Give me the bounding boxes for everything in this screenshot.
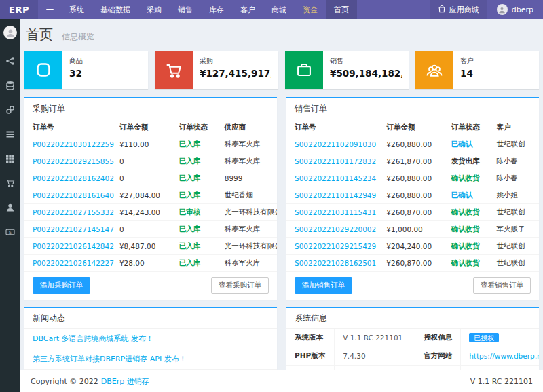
order-party: 8999	[217, 170, 277, 187]
purchase-order-link[interactable]: P00220221026142227	[33, 259, 114, 267]
cart-icon[interactable]	[0, 171, 20, 195]
sales-order-link[interactable]: S00220221101172832	[295, 157, 376, 165]
briefcase-icon	[285, 51, 323, 89]
order-amount: ¥110.00	[115, 136, 171, 153]
share-nodes-icon[interactable]	[0, 49, 20, 73]
purchase-panel-title: 采购订单	[24, 98, 277, 119]
sales-order-link[interactable]: S00220221101142949	[295, 191, 376, 199]
order-amount: 0	[115, 170, 171, 187]
order-status: 已入库	[179, 224, 201, 233]
database-icon[interactable]	[0, 73, 20, 98]
stat-card-label: 采购	[200, 56, 272, 66]
sales-order-link[interactable]: S00220221028162501	[295, 259, 376, 267]
menu-item-8[interactable]: 资金	[295, 0, 326, 19]
page-title: 首页	[26, 26, 53, 43]
table-row: P002202210292158550已入库科泰军火库	[24, 153, 277, 170]
sys-link[interactable]: https://www.dberp.net/	[469, 352, 539, 360]
sales-order-link[interactable]: S00220221102091030	[295, 140, 376, 149]
menu-item-7[interactable]: 商城	[263, 0, 295, 19]
table-row: S00220221101145234¥260,880.00确认收货陈小春	[286, 170, 539, 187]
rings-icon[interactable]	[0, 98, 20, 122]
order-amount: 0	[115, 221, 171, 238]
sidebar-toggle-icon[interactable]	[38, 0, 61, 19]
news-link[interactable]: DBCart 多语言跨境商城系统 发布！	[33, 334, 153, 343]
stat-card-label: 商品	[69, 56, 83, 66]
news-item: 第三方系统订单对接DBERP进销存 API 发布！	[24, 349, 277, 370]
view-purchase-orders-button[interactable]: 查看采购订单	[211, 277, 269, 294]
user-icon[interactable]	[0, 195, 20, 220]
purchase-order-link[interactable]: P00220221027155332	[33, 208, 114, 216]
order-status: 已审核	[179, 208, 201, 216]
cube-icon	[24, 51, 62, 89]
menu-item-2[interactable]: 基础数据	[92, 0, 138, 19]
sales-order-link[interactable]: S00220221101145234	[295, 174, 376, 182]
sales-order-link[interactable]: S00220221029220002	[295, 225, 376, 233]
order-amount: ¥260,880.00	[382, 136, 443, 153]
menu-item-9[interactable]: 首页	[326, 0, 357, 19]
menu-item-3[interactable]: 采购	[138, 0, 170, 19]
order-amount: ¥14,243.00	[115, 204, 171, 221]
order-status: 已入库	[179, 140, 201, 148]
menu-item-5[interactable]: 库存	[201, 0, 232, 19]
main-area: 首页 信息概览 商品32采购¥127,415,917,560,032.0销售¥5…	[20, 19, 543, 392]
stat-card-value: ¥127,415,917,560,032.0	[200, 68, 272, 79]
sales-order-link[interactable]: S00220221031115431	[295, 208, 376, 216]
purchase-order-link[interactable]: P00220221027145147	[33, 225, 114, 233]
news-panel-title: 新闻动态	[24, 308, 277, 329]
column-header: 订单号	[286, 119, 382, 136]
purchase-order-link[interactable]: P00220221029215855	[33, 157, 114, 165]
table-row: P00220221028161640¥27,084.00已入库世纪香烟	[24, 187, 277, 204]
menu-item-4[interactable]: 销售	[170, 0, 201, 19]
app-logo[interactable]: ERP	[0, 0, 38, 19]
menu-item-1[interactable]: 系统	[61, 0, 92, 19]
order-status: 确认收货	[451, 224, 480, 233]
info-panels: 新闻动态 DBCart 多语言跨境商城系统 发布！第三方系统订单对接DBERP进…	[24, 307, 539, 370]
table-row: P00220221026142842¥8,487.00已入库光一环科技有限公司	[24, 238, 277, 255]
purchase-order-link[interactable]: P00220221028162402	[33, 174, 114, 182]
add-sales-order-button[interactable]: 添加销售订单	[295, 277, 352, 294]
sys-value: 7.4.30	[335, 347, 415, 366]
grid-icon[interactable]	[0, 146, 20, 171]
order-party: 世纪联创	[489, 238, 539, 255]
sales-orders-table: 订单号订单金额订单状态客户S00220221102091030¥260,880.…	[286, 119, 539, 272]
purchase-orders-panel: 采购订单 订单号订单金额订单状态供应商P00220221030122259¥11…	[24, 97, 277, 300]
news-link[interactable]: 第三方系统订单对接DBERP进销存 API 发布！	[33, 355, 187, 364]
table-row: S00220221101172832¥261,870.00发货出库陈小春	[286, 153, 539, 170]
order-status: 确认收货	[451, 174, 480, 182]
order-party: 光一环科技有限公司	[217, 238, 277, 255]
content-area: 首页 信息概览 商品32采购¥127,415,917,560,032.0销售¥5…	[20, 19, 543, 370]
purchase-order-link[interactable]: P00220221030122259	[33, 140, 114, 149]
purchase-order-link[interactable]: P00220221026142842	[33, 242, 114, 250]
order-status: 确认收货	[451, 208, 480, 216]
sys-value: 已授权	[461, 329, 539, 347]
table-row: P002202210271451470已入库科泰军火库	[24, 221, 277, 238]
stat-card-1: 商品32	[24, 51, 148, 89]
sys-value: https://www.dberp.net/	[461, 347, 539, 366]
sales-order-link[interactable]: S00220221029215429	[295, 242, 376, 250]
add-purchase-order-button[interactable]: 添加采购订单	[33, 277, 90, 294]
top-navbar: ERP 系统基础数据采购销售库存客户商城资金首页 应用商城 dberp	[0, 0, 543, 19]
order-party: 世纪联创	[489, 204, 539, 221]
news-panel: 新闻动态 DBCart 多语言跨境商城系统 发布！第三方系统订单对接DBERP进…	[24, 307, 277, 370]
footer: Copyright © 2022 DBErp 进销存 V 1.1 RC 2211…	[20, 370, 543, 392]
money-icon[interactable]: $	[0, 220, 20, 244]
menu-item-6[interactable]: 客户	[232, 0, 263, 19]
order-party: 姚小姐	[489, 187, 539, 204]
stat-card-value: ¥509,184,182,424,349.0	[330, 68, 402, 79]
user-menu[interactable]: dberp	[487, 0, 543, 19]
footer-brand-link[interactable]: DBErp 进销存	[101, 376, 149, 387]
table-row: P00220221030122259¥110.00已入库科泰军火库	[24, 136, 277, 153]
order-status: 已入库	[179, 157, 201, 165]
view-sales-orders-button[interactable]: 查看销售订单	[473, 277, 531, 294]
order-party: 陈小春	[489, 170, 539, 187]
column-header: 订单号	[24, 119, 115, 136]
app-store-button[interactable]: 应用商城	[430, 0, 487, 19]
list-icon[interactable]	[0, 122, 20, 146]
table-row: S00220221029220002¥1,000.00确认收货军火贩子	[286, 221, 539, 238]
table-row: P00220221027155332¥14,243.00已审核光一环科技有限公司	[24, 204, 277, 221]
order-party: 世纪联创	[489, 255, 539, 272]
sidebar-user-avatar[interactable]	[3, 26, 17, 39]
purchase-order-link[interactable]: P00220221028161640	[33, 191, 114, 199]
order-amount: ¥27,084.00	[115, 187, 171, 204]
order-party: 科泰军火库	[217, 153, 277, 170]
